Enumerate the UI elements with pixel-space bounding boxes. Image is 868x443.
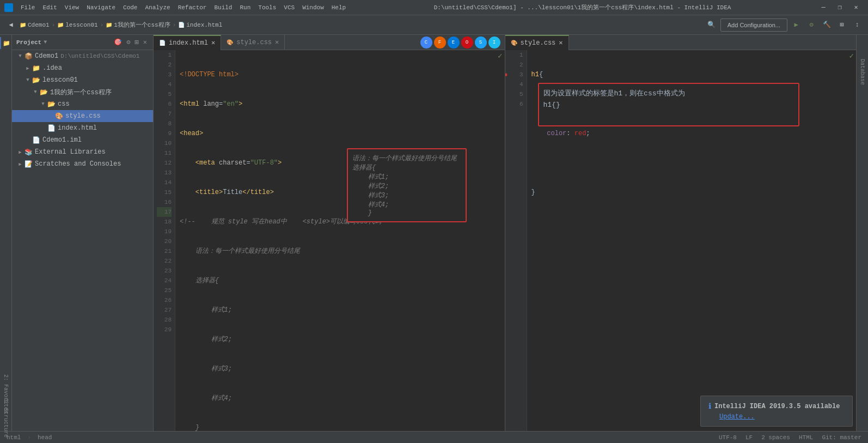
tree-item-indexhtml[interactable]: 📄 index.html [12,122,153,134]
right-sidebar: Database [856,35,868,431]
breadcrumb-myfirstcss[interactable]: 📁 1我的第一个css程序 [106,21,170,29]
structure-label: 3: Structure [3,398,9,438]
tree-item-css[interactable]: ▼ 📂 css [12,98,153,110]
css-icon: 📂 [47,100,56,108]
edge-icon[interactable]: E [448,37,460,48]
idea-icon: 📁 [32,64,40,72]
breadcrumb-lesscon01[interactable]: 📁 lesscon01 [57,22,97,28]
locate-in-tree-button[interactable]: 🎯 [112,38,124,47]
status-git[interactable]: Git: master [820,434,864,441]
update-notification: ℹ IntelliJ IDEA 2019.3.5 available Updat… [700,396,853,427]
notification-header: ℹ IntelliJ IDEA 2019.3.5 available [708,402,845,411]
menu-window[interactable]: Window [299,3,327,12]
right-tab-style-css[interactable]: 🎨 style.css ✕ [505,35,569,50]
close-button[interactable]: ✕ [848,2,864,13]
tree-item-cdemo1iml[interactable]: 📄 Cdemo1.iml [12,134,153,146]
menu-analyze[interactable]: Analyze [142,3,173,12]
tab-index-html-close[interactable]: ✕ [211,39,215,47]
search-everywhere-button[interactable]: 🔍 [705,19,718,32]
back-button[interactable]: ◀ [4,19,17,32]
right-line-1: h1{ [531,70,852,80]
line-3: <head> [180,129,500,138]
line-13: } [180,423,500,431]
tree-item-extlibs[interactable]: ▶ 📚 External Libraries [12,146,153,158]
tree-item-cdemo1[interactable]: ▼ 📦 Cdemo1 D:\untitled\CSS\Cdemo1 [12,50,153,62]
menu-run[interactable]: Run [236,3,254,12]
database-panel-label[interactable]: Database [858,57,866,87]
tab-index-html-label: index.html [169,39,208,47]
terminal-button[interactable]: ⊞ [835,19,848,32]
menu-edit[interactable]: Edit [39,3,60,12]
breadcrumb-cdemo1[interactable]: 📁 Cdemo1 [20,22,50,28]
minimize-button[interactable]: — [816,2,831,13]
status-bar: html › head UTF-8 LF 2 spaces HTML Git: … [0,431,868,443]
status-indent[interactable]: 2 spaces [759,434,792,441]
menu-code[interactable]: Code [120,3,140,12]
right-line-5: } [531,187,852,197]
menu-help[interactable]: Help [328,3,349,12]
right-code-editor[interactable]: 1 2 3■ 4 5 6 h1{ /* 选择器 选中所有h1*/ color: … [505,50,857,431]
sidebar-expand-button[interactable]: ⊞ [133,38,140,47]
tab-index-html[interactable]: 📄 index.html ✕ [154,35,221,50]
tab-style-css[interactable]: 🎨 style.css ✕ [221,35,285,50]
menu-build[interactable]: Build [211,3,235,12]
comment-annotation-box: 语法：每一个样式最好使用分号结尾 选择器{ 样式1; 样式2; 样式3; 样式4… [347,148,467,222]
line-1: <!DOCTYPE html> [180,70,500,80]
right-tab-bar: 🎨 style.css ✕ [505,35,857,50]
menu-file[interactable]: File [17,3,38,12]
menu-refactor[interactable]: Refactor [175,3,210,12]
sidebar-header-icons: 🎯 ⚙ ⊞ ✕ [112,38,149,47]
sidebar-close-button[interactable]: ✕ [142,38,149,47]
menu-navigate[interactable]: Navigate [83,3,119,12]
explanation-annotation-box: 因为设置样式的标签是h1，则在css中格式为 h1{} [538,83,799,126]
tree-item-lesscon01[interactable]: ▼ 📂 lesscon01 [12,74,153,86]
git-button[interactable]: ↕ [851,19,864,32]
run-button[interactable]: ▶ [790,19,803,32]
sidebar-header: Project ▼ 🎯 ⚙ ⊞ ✕ [12,35,153,50]
toolbar-right: 🔍 Add Configuration... ▶ ⚙ 🔨 ⊞ ↕ [705,19,864,32]
menu-tools[interactable]: Tools [255,3,279,12]
status-encoding[interactable]: UTF-8 [717,434,739,441]
project-panel-icon[interactable]: 📁 [0,37,12,49]
ie-icon[interactable]: I [488,37,500,48]
opera-icon[interactable]: O [461,37,473,48]
extlibs-icon: 📚 [24,148,33,156]
status-head[interactable]: head [35,434,54,441]
safari-icon[interactable]: S [475,37,487,48]
left-code-editor[interactable]: 12345 678910 1112131415 1617181920 21222… [154,50,505,431]
update-link[interactable]: Update... [719,413,755,421]
line-2: <html lang="en"> [180,99,500,109]
main-layout: 📁 2: Favorites 3: Structure Project ▼ 🎯 … [0,35,868,431]
status-linefeed[interactable]: LF [743,434,755,441]
left-code-content[interactable]: <!DOCTYPE html> <html lang="en"> <head> … [175,50,505,431]
breadcrumb-indexhtml[interactable]: 📄 index.html [178,22,222,28]
tab-style-css-label: style.css [236,39,272,46]
extlibs-arrow: ▶ [16,149,24,155]
toolbar: ◀ 📁 Cdemo1 › 📁 lesscon01 › 📁 1我的第一个css程序… [0,15,868,35]
window-controls: — ❐ ✕ [816,2,864,13]
tree-item-scratches[interactable]: ▶ 📝 Scratches and Consoles [12,158,153,170]
structure-panel-icon[interactable]: 3: Structure [0,407,12,429]
tree-item-stylecss[interactable]: 🎨 style.css [12,110,153,122]
cdemo1-path: D:\untitled\CSS\Cdemo1 [60,53,139,59]
firefox-icon[interactable]: F [434,37,446,48]
menu-view[interactable]: View [62,3,82,12]
right-tab-style-css-close[interactable]: ✕ [559,39,563,47]
chrome-icon[interactable]: C [420,37,432,48]
debug-button[interactable]: ⚙ [805,19,818,32]
status-language[interactable]: HTML [797,434,815,441]
tab-style-css-close[interactable]: ✕ [275,38,279,46]
add-configuration-button[interactable]: Add Configuration... [720,19,787,32]
line-8: 选择器{ [180,276,500,286]
right-line-6: ➤ [531,217,852,227]
scratches-icon: 📝 [24,160,33,168]
css-label: css [58,100,70,108]
tree-item-myfirstcss[interactable]: ▼ 📂 1我的第一个css程序 [12,86,153,98]
maximize-button[interactable]: ❐ [832,2,847,13]
css-arrow: ▼ [39,101,47,107]
right-editor-pane: 🎨 style.css ✕ 1 2 3■ 4 5 6 h1 [505,35,857,431]
menu-vcs[interactable]: VCS [280,3,298,12]
tree-item-idea[interactable]: ▶ 📁 .idea [12,62,153,74]
build-button[interactable]: 🔨 [820,19,833,32]
sidebar-settings-button[interactable]: ⚙ [125,38,132,47]
